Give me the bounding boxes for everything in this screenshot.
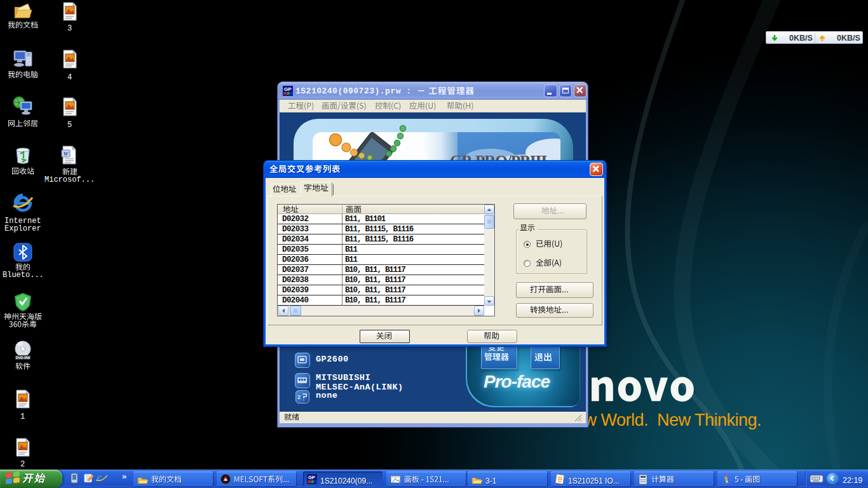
svg-text:W: W [63,151,69,157]
svg-text:DVD-RW: DVD-RW [16,356,31,360]
svg-text:GP: GP [284,86,292,92]
svg-text:GP: GP [308,475,315,480]
svg-text:2: 2 [297,394,301,400]
